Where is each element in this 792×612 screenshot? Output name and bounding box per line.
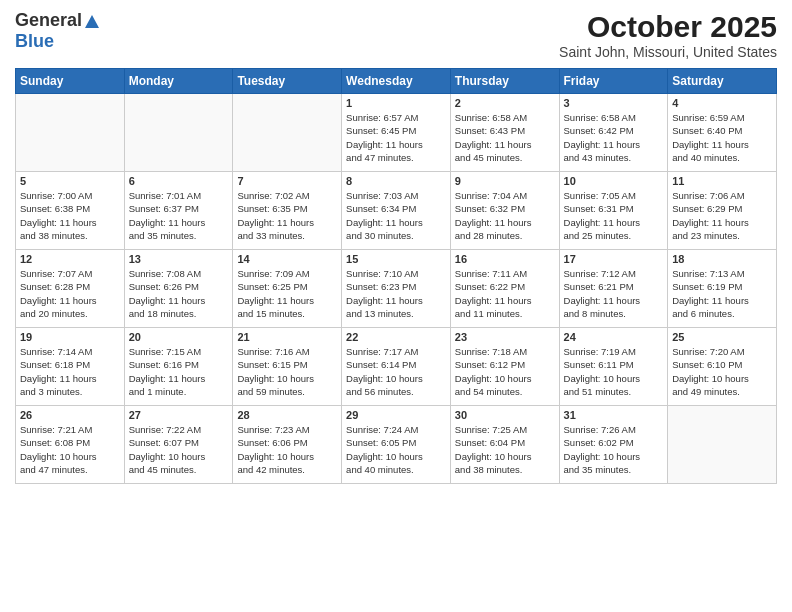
calendar-cell: 21Sunrise: 7:16 AMSunset: 6:15 PMDayligh… [233, 328, 342, 406]
day-info-line: Sunrise: 7:21 AM [20, 424, 92, 435]
day-info: Sunrise: 7:18 AMSunset: 6:12 PMDaylight:… [455, 345, 555, 398]
day-number: 21 [237, 331, 337, 343]
day-number: 22 [346, 331, 446, 343]
calendar-cell: 27Sunrise: 7:22 AMSunset: 6:07 PMDayligh… [124, 406, 233, 484]
day-info-line: Sunset: 6:15 PM [237, 359, 307, 370]
calendar-header-row: Sunday Monday Tuesday Wednesday Thursday… [16, 69, 777, 94]
calendar-cell: 23Sunrise: 7:18 AMSunset: 6:12 PMDayligh… [450, 328, 559, 406]
calendar-cell: 12Sunrise: 7:07 AMSunset: 6:28 PMDayligh… [16, 250, 125, 328]
day-info-line: Sunset: 6:28 PM [20, 281, 90, 292]
day-info-line: Sunrise: 7:08 AM [129, 268, 201, 279]
calendar-cell: 30Sunrise: 7:25 AMSunset: 6:04 PMDayligh… [450, 406, 559, 484]
day-info-line: Daylight: 11 hours [237, 217, 314, 228]
day-info-line: Daylight: 11 hours [672, 217, 749, 228]
day-info-line: and 13 minutes. [346, 308, 414, 319]
day-info-line: Sunset: 6:16 PM [129, 359, 199, 370]
day-info: Sunrise: 7:10 AMSunset: 6:23 PMDaylight:… [346, 267, 446, 320]
day-info-line: and 59 minutes. [237, 386, 305, 397]
day-info-line: Sunrise: 7:06 AM [672, 190, 744, 201]
day-info-line: Sunrise: 7:25 AM [455, 424, 527, 435]
day-number: 4 [672, 97, 772, 109]
day-info: Sunrise: 6:58 AMSunset: 6:42 PMDaylight:… [564, 111, 664, 164]
day-number: 2 [455, 97, 555, 109]
day-info-line: Daylight: 11 hours [346, 295, 423, 306]
day-number: 1 [346, 97, 446, 109]
day-number: 19 [20, 331, 120, 343]
day-info-line: Daylight: 10 hours [564, 451, 641, 462]
day-info-line: Sunrise: 7:01 AM [129, 190, 201, 201]
day-info: Sunrise: 7:24 AMSunset: 6:05 PMDaylight:… [346, 423, 446, 476]
day-info: Sunrise: 6:58 AMSunset: 6:43 PMDaylight:… [455, 111, 555, 164]
day-number: 30 [455, 409, 555, 421]
day-info: Sunrise: 6:57 AMSunset: 6:45 PMDaylight:… [346, 111, 446, 164]
day-info: Sunrise: 7:04 AMSunset: 6:32 PMDaylight:… [455, 189, 555, 242]
calendar-cell: 5Sunrise: 7:00 AMSunset: 6:38 PMDaylight… [16, 172, 125, 250]
day-info-line: Sunset: 6:23 PM [346, 281, 416, 292]
day-info-line: and 33 minutes. [237, 230, 305, 241]
day-number: 23 [455, 331, 555, 343]
day-info-line: Sunset: 6:11 PM [564, 359, 634, 370]
day-info: Sunrise: 7:02 AMSunset: 6:35 PMDaylight:… [237, 189, 337, 242]
calendar-cell: 25Sunrise: 7:20 AMSunset: 6:10 PMDayligh… [668, 328, 777, 406]
calendar-cell: 14Sunrise: 7:09 AMSunset: 6:25 PMDayligh… [233, 250, 342, 328]
day-info-line: Sunrise: 7:14 AM [20, 346, 92, 357]
day-number: 3 [564, 97, 664, 109]
day-info: Sunrise: 7:03 AMSunset: 6:34 PMDaylight:… [346, 189, 446, 242]
day-info: Sunrise: 7:16 AMSunset: 6:15 PMDaylight:… [237, 345, 337, 398]
col-friday: Friday [559, 69, 668, 94]
day-info: Sunrise: 7:08 AMSunset: 6:26 PMDaylight:… [129, 267, 229, 320]
calendar-cell [124, 94, 233, 172]
day-info-line: and 23 minutes. [672, 230, 740, 241]
calendar-cell: 28Sunrise: 7:23 AMSunset: 6:06 PMDayligh… [233, 406, 342, 484]
day-info-line: and 15 minutes. [237, 308, 305, 319]
day-info-line: Sunset: 6:37 PM [129, 203, 199, 214]
day-info-line: Sunset: 6:19 PM [672, 281, 742, 292]
day-info-line: Daylight: 10 hours [455, 451, 532, 462]
day-info-line: Sunset: 6:35 PM [237, 203, 307, 214]
day-number: 24 [564, 331, 664, 343]
day-info: Sunrise: 7:05 AMSunset: 6:31 PMDaylight:… [564, 189, 664, 242]
col-monday: Monday [124, 69, 233, 94]
day-info-line: Sunset: 6:31 PM [564, 203, 634, 214]
day-info-line: Sunrise: 7:13 AM [672, 268, 744, 279]
day-info-line: Sunrise: 7:07 AM [20, 268, 92, 279]
day-number: 20 [129, 331, 229, 343]
calendar-cell: 9Sunrise: 7:04 AMSunset: 6:32 PMDaylight… [450, 172, 559, 250]
day-info-line: Daylight: 11 hours [455, 295, 532, 306]
day-info-line: Sunrise: 6:58 AM [455, 112, 527, 123]
day-info-line: and 51 minutes. [564, 386, 632, 397]
day-info-line: and 47 minutes. [20, 464, 88, 475]
day-info-line: and 42 minutes. [237, 464, 305, 475]
calendar-cell: 7Sunrise: 7:02 AMSunset: 6:35 PMDaylight… [233, 172, 342, 250]
day-info-line: Daylight: 11 hours [20, 373, 97, 384]
day-number: 31 [564, 409, 664, 421]
day-info-line: and 35 minutes. [564, 464, 632, 475]
day-number: 26 [20, 409, 120, 421]
day-number: 10 [564, 175, 664, 187]
day-info-line: Sunset: 6:45 PM [346, 125, 416, 136]
day-info-line: Sunrise: 7:10 AM [346, 268, 418, 279]
day-number: 15 [346, 253, 446, 265]
day-info-line: Sunrise: 7:02 AM [237, 190, 309, 201]
calendar-cell: 31Sunrise: 7:26 AMSunset: 6:02 PMDayligh… [559, 406, 668, 484]
header: General Blue October 2025 Saint John, Mi… [15, 10, 777, 60]
day-info-line: Sunset: 6:10 PM [672, 359, 742, 370]
day-number: 16 [455, 253, 555, 265]
day-info-line: Daylight: 10 hours [20, 451, 97, 462]
day-info-line: Sunrise: 7:00 AM [20, 190, 92, 201]
day-number: 17 [564, 253, 664, 265]
day-info-line: Sunset: 6:43 PM [455, 125, 525, 136]
day-info-line: Daylight: 11 hours [455, 139, 532, 150]
day-number: 27 [129, 409, 229, 421]
month-title: October 2025 [559, 10, 777, 44]
day-info-line: Sunrise: 7:23 AM [237, 424, 309, 435]
day-info-line: Daylight: 11 hours [564, 295, 641, 306]
logo-triangle-icon [85, 15, 99, 28]
day-info-line: Daylight: 11 hours [564, 139, 641, 150]
day-info: Sunrise: 7:01 AMSunset: 6:37 PMDaylight:… [129, 189, 229, 242]
day-info: Sunrise: 7:26 AMSunset: 6:02 PMDaylight:… [564, 423, 664, 476]
day-info-line: Sunset: 6:38 PM [20, 203, 90, 214]
day-info-line: Daylight: 10 hours [237, 451, 314, 462]
calendar-cell: 22Sunrise: 7:17 AMSunset: 6:14 PMDayligh… [342, 328, 451, 406]
day-info-line: and 49 minutes. [672, 386, 740, 397]
